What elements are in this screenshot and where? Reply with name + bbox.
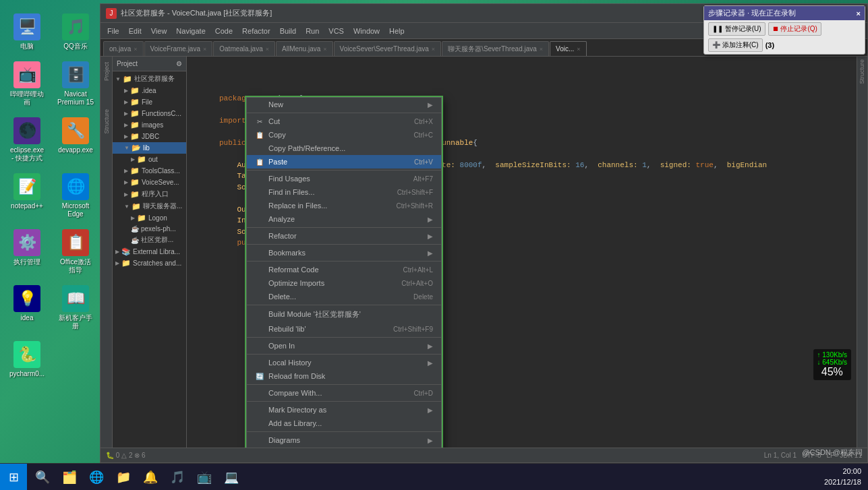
- tab-on-java[interactable]: on.java ×: [103, 41, 144, 56]
- cm-find-usages[interactable]: Find Usages Alt+F7: [247, 172, 441, 185]
- project-label[interactable]: Project: [102, 59, 111, 84]
- pause-record-btn[interactable]: ❚❚ 暂停记录(U): [708, 22, 765, 36]
- cm-rebuild[interactable]: Rebuild 'lib' Ctrl+Shift+F9: [247, 322, 441, 336]
- desktop-icon-zhixing[interactable]: ⚙️ 执行管理: [5, 226, 49, 277]
- taskbar-search[interactable]: 🔍: [30, 465, 55, 489]
- desktop-icon-idea[interactable]: 💡 idea: [5, 282, 49, 333]
- tab-close-liaotian[interactable]: ×: [540, 46, 543, 53]
- tree-idea[interactable]: ▶ 📁 .idea: [113, 85, 186, 96]
- menu-build[interactable]: Build: [276, 26, 300, 36]
- taskbar-intellij[interactable]: 💻: [219, 465, 244, 489]
- cm-compare-with-shortcut: Ctrl+D: [413, 390, 433, 397]
- taskbar-explorer[interactable]: 📁: [111, 465, 136, 489]
- tab-close-active[interactable]: ×: [577, 46, 580, 53]
- code-editor-area: package FunctionsClass; import ...; publ…: [187, 57, 857, 448]
- tree-external[interactable]: ▶ 📚 External Libra...: [113, 246, 186, 257]
- structure-right-label[interactable]: Structure: [857, 57, 867, 87]
- cm-mark-directory[interactable]: Mark Directory as ▶: [247, 403, 441, 417]
- taskbar-notifications[interactable]: 🔔: [138, 465, 163, 489]
- menu-run[interactable]: Run: [301, 26, 323, 36]
- menu-view[interactable]: View: [147, 26, 171, 36]
- cm-reformat[interactable]: Reformat Code Ctrl+Alt+L: [247, 263, 441, 276]
- cm-copy-path[interactable]: Copy Path/Reference...: [247, 142, 441, 155]
- tab-close-voicesever[interactable]: ×: [432, 46, 435, 53]
- cm-analyze[interactable]: Analyze ▶: [247, 212, 441, 226]
- menu-vcs[interactable]: VCS: [324, 26, 348, 36]
- desktop-icon-pycharm[interactable]: 🐍 pycharm0...: [5, 338, 49, 381]
- cm-build-module[interactable]: Build Module '社区党群服务': [247, 307, 441, 322]
- structure-label[interactable]: Structure: [102, 106, 111, 137]
- taskbar-music[interactable]: 🎵: [165, 465, 190, 489]
- tree-shequ[interactable]: ☕ 社区党群...: [113, 234, 186, 246]
- taskbar-edge[interactable]: 🌐: [84, 465, 109, 489]
- tree-liaotian[interactable]: ▼ 📁 聊天服务器...: [113, 200, 186, 212]
- taskbar-bilibili[interactable]: 📺: [192, 465, 217, 489]
- tree-chengxu[interactable]: ▶ 📁 程序入口: [113, 188, 186, 200]
- cm-replace-in-files[interactable]: Replace in Files... Ctrl+Shift+R: [247, 199, 441, 212]
- tab-voicechat-active[interactable]: Voic... ×: [550, 41, 587, 56]
- cm-bookmarks[interactable]: Bookmarks ▶: [247, 246, 441, 259]
- menu-edit[interactable]: Edit: [125, 26, 146, 36]
- taskbar-taskview[interactable]: 🗂️: [57, 465, 82, 489]
- cm-local-history[interactable]: Local History ▶: [247, 356, 441, 369]
- tab-close-on-java[interactable]: ×: [134, 46, 137, 53]
- desktop-icon-bilibili[interactable]: 📺 哔哩哔哩动画: [5, 59, 49, 109]
- stop-record-btn[interactable]: ⏹ 停止记录(Q): [768, 22, 821, 36]
- cm-paste[interactable]: 📋 Paste Ctrl+V: [247, 155, 441, 169]
- tab-voice-frame[interactable]: VoiceFrame.java ×: [144, 41, 213, 56]
- project-tree[interactable]: ▼ 📁 社区党群服务 ▶ 📁 .idea ▶ 📁 File: [113, 71, 186, 448]
- cm-compare-with[interactable]: Compare With... Ctrl+D: [247, 386, 441, 400]
- tree-tools[interactable]: ▶ 📁 ToolsClass...: [113, 165, 186, 177]
- tree-images[interactable]: ▶ 📁 images: [113, 119, 186, 131]
- cm-refactor[interactable]: Refactor ▶: [247, 229, 441, 243]
- desktop-icon-eclipse[interactable]: 🌑 eclipse.exe - 快捷方式: [5, 115, 49, 165]
- cm-open-in[interactable]: Open In ▶: [247, 339, 441, 353]
- menu-refactor[interactable]: Refactor: [238, 26, 274, 36]
- menu-help[interactable]: Help: [385, 26, 409, 36]
- cm-build-module-label: Build Module '社区党群服务': [268, 309, 361, 319]
- menu-window[interactable]: Window: [349, 26, 384, 36]
- tree-jdbc[interactable]: ▶ 📁 JDBC: [113, 131, 186, 142]
- desktop-icon-qq[interactable]: 🎵 QQ音乐: [54, 11, 97, 53]
- tab-close-allmenu[interactable]: ×: [323, 46, 326, 53]
- desktop-icon-notepad[interactable]: 📝 notepad++: [5, 171, 49, 221]
- cm-optimize[interactable]: Optimize Imports Ctrl+Alt+O: [247, 276, 441, 290]
- add-comment-btn[interactable]: ➕ 添加注释(C): [708, 38, 763, 52]
- desktop-icon-office[interactable]: 📋 Office激活 指导: [54, 226, 97, 277]
- tree-lib[interactable]: ▼ 📂 lib: [113, 142, 186, 154]
- tab-liaotian[interactable]: 聊天服务器\SeverThread.java ×: [442, 41, 549, 56]
- tab-close-oatmeala[interactable]: ×: [266, 46, 269, 53]
- tree-functions[interactable]: ▶ 📁 FunctionsC...: [113, 108, 186, 119]
- cm-cut[interactable]: ✂ Cut Ctrl+X: [247, 115, 441, 128]
- cm-find-in-files[interactable]: Find in Files... Ctrl+Shift+F: [247, 185, 441, 199]
- tab-allmenu[interactable]: AllMenu.java ×: [276, 41, 333, 56]
- cm-new[interactable]: New ▶: [247, 98, 441, 111]
- tree-out[interactable]: ▶ 📁 out: [113, 154, 186, 165]
- menu-navigate[interactable]: Navigate: [172, 26, 209, 36]
- tree-logon[interactable]: ▶ 📁 Logon: [113, 212, 186, 224]
- desktop-icon-devapp[interactable]: 🔧 devapp.exe: [54, 115, 97, 165]
- recorder-close[interactable]: ×: [857, 9, 861, 18]
- tree-file[interactable]: ▶ 📁 File: [113, 96, 186, 108]
- desktop-icon-msedge[interactable]: 🌐 Microsoft Edge: [54, 171, 97, 221]
- tree-root[interactable]: ▼ 📁 社区党群服务: [113, 73, 186, 85]
- tab-voicesever[interactable]: VoiceSever\SeverThread.java ×: [334, 41, 442, 56]
- menu-file[interactable]: File: [103, 26, 123, 36]
- tree-voiceseve[interactable]: ▶ 📁 VoiceSeve...: [113, 177, 186, 188]
- tree-scratches[interactable]: ▶ 📁 Scratches and...: [113, 257, 186, 269]
- menu-code[interactable]: Code: [211, 26, 237, 36]
- start-button[interactable]: ⊞: [0, 464, 27, 491]
- desktop-icon-diannao[interactable]: 🖥️ 电脑: [5, 11, 49, 53]
- cm-delete[interactable]: Delete... Delete: [247, 290, 441, 303]
- cm-reload[interactable]: 🔄 Reload from Disk: [247, 369, 441, 383]
- taskbar-clock[interactable]: 20:00 2021/12/18: [824, 466, 868, 487]
- desktop-icon-navicat[interactable]: 🗄️ Navicat Premium 15: [54, 59, 97, 109]
- cm-diagrams[interactable]: Diagrams ▶: [247, 433, 441, 447]
- tab-close-voice-frame[interactable]: ×: [203, 46, 206, 53]
- desktop-icon-xinjike[interactable]: 📖 新机客户手册: [54, 282, 97, 333]
- tree-pexels[interactable]: ☕ pexels-ph...: [113, 224, 186, 234]
- cm-copy[interactable]: 📋 Copy Ctrl+C: [247, 128, 441, 142]
- tab-oatmeala[interactable]: Oatmeala.java ×: [213, 41, 275, 56]
- cm-add-library[interactable]: Add as Library...: [247, 417, 441, 430]
- project-gear[interactable]: ⚙: [176, 60, 182, 67]
